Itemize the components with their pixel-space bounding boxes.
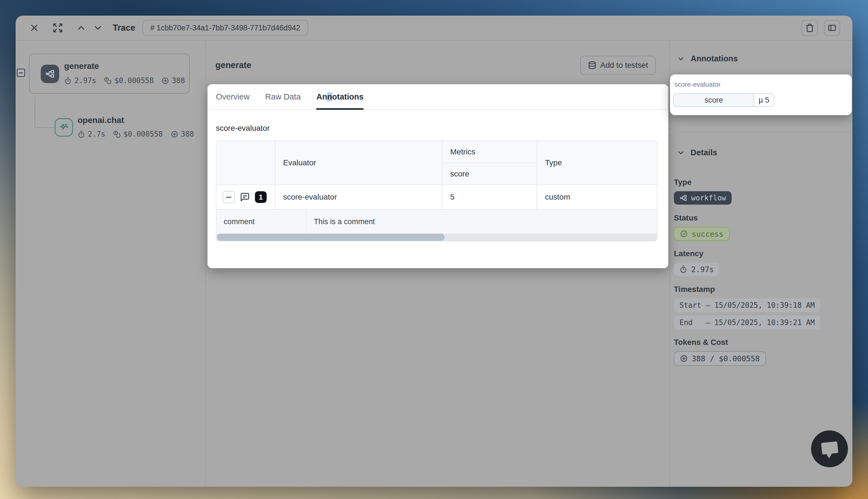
chat-bubble-icon (811, 430, 848, 467)
chat-widget-button[interactable] (811, 430, 848, 467)
panel-layout-icon (828, 23, 836, 32)
tab-annotations[interactable]: Annotations (316, 84, 363, 109)
details-section-header[interactable]: Details (677, 148, 717, 157)
sidebar-divider (205, 41, 206, 487)
details-panel: Annotations score-evaluator score µ 5 De… (670, 41, 852, 487)
sparkles-icon[interactable] (55, 118, 73, 137)
chevron-down-icon[interactable] (93, 23, 103, 33)
timestamp-label: Timestamp (674, 285, 715, 294)
annotations-table: Evaluator Metrics score Type 1 score-eva… (216, 141, 658, 241)
scrollbar-thumb[interactable] (217, 234, 445, 241)
metric-name: score (674, 94, 754, 106)
comment-key: comment (216, 210, 306, 234)
plus-circle-icon (680, 355, 688, 362)
add-to-testset-button[interactable]: Add to testset (580, 56, 656, 75)
workflow-icon (41, 65, 59, 83)
table-header: Evaluator Metrics score Type (216, 141, 657, 185)
horizontal-scrollbar[interactable] (216, 234, 657, 241)
chevron-down-icon (677, 54, 685, 63)
cell-type: custom (537, 185, 657, 209)
header-cell-evaluator: Evaluator (275, 141, 442, 184)
text-selection-highlight: n (327, 92, 332, 101)
node-stats: 2.97s $0.000558 388 (64, 76, 185, 85)
span-detail-card: Overview Raw Data Annotations score-eval… (207, 84, 668, 268)
toggle-panel-button[interactable] (824, 20, 840, 36)
workflow-icon (679, 194, 687, 202)
node-label: generate (64, 61, 99, 71)
shrink-icon[interactable] (52, 23, 63, 33)
stopwatch-icon (77, 131, 85, 138)
trash-icon (805, 23, 814, 32)
evaluator-section-title: score-evaluator (216, 124, 270, 133)
annotation-metric-pill[interactable]: score µ 5 (673, 93, 774, 107)
tree-collapse-toggle[interactable] (17, 69, 25, 77)
status-badge: success (674, 227, 730, 241)
chevron-down-icon (677, 149, 685, 157)
stopwatch-icon (64, 77, 72, 84)
tab-bar: Overview Raw Data Annotations (207, 84, 668, 110)
comment-count-badge[interactable]: 1 (255, 191, 267, 203)
comment-value: This is a comment (306, 210, 657, 234)
latency-badge: 2.97s (674, 263, 719, 276)
collapse-row-button[interactable] (222, 191, 235, 203)
trace-topbar: Trace # 1cbb70e7-34a1-7bb7-3498-771b7d46… (16, 16, 852, 41)
type-badge: workflow (674, 191, 732, 205)
node-stats: 2.7s $0.000558 388 (77, 130, 194, 138)
comment-icon[interactable] (240, 192, 250, 202)
annotation-evaluator-label: score-evaluator (674, 81, 721, 88)
tokens-cost-badge: 388 / $0.000558 (674, 351, 766, 366)
tree-connector (35, 127, 53, 128)
span-tree-sidebar: generate 2.97s $0.000558 388 openai.chat… (16, 41, 205, 487)
cell-score: 5 (442, 185, 537, 209)
close-icon[interactable] (29, 23, 40, 33)
table-row: 1 score-evaluator 5 custom (216, 185, 657, 210)
annotations-section-header[interactable]: Annotations (677, 54, 738, 63)
row-tools: 1 (216, 185, 275, 209)
metric-mean-value: µ 5 (754, 94, 774, 106)
stopwatch-icon (679, 265, 687, 273)
tree-connector (35, 97, 35, 128)
cell-evaluator: score-evaluator (275, 185, 442, 209)
timestamp-start-badge: Start – 15/05/2025, 10:39:18 AM (674, 298, 820, 312)
database-icon (588, 61, 596, 70)
status-label: Status (674, 214, 698, 222)
tokens-cost-label: Tokens & Cost (674, 338, 728, 347)
section-divider (670, 132, 852, 132)
coins-icon (113, 131, 121, 138)
plus-circle-icon (171, 131, 178, 138)
trace-id-chip[interactable]: # 1cbb70e7-34a1-7bb7-3498-771b7d46d942 (143, 20, 308, 36)
header-cell-type: Type (537, 141, 657, 184)
tab-overview[interactable]: Overview (216, 84, 250, 109)
trace-modal: Trace # 1cbb70e7-34a1-7bb7-3498-771b7d46… (16, 16, 852, 487)
tab-raw-data[interactable]: Raw Data (265, 84, 301, 109)
check-circle-icon (680, 230, 688, 238)
page-title: Trace (113, 23, 135, 33)
header-cell-metrics: Metrics score (442, 141, 537, 184)
coins-icon (104, 77, 111, 84)
header-cell-empty (216, 141, 275, 184)
latency-label: Latency (674, 249, 703, 258)
comment-row: comment This is a comment (216, 210, 657, 234)
span-title: generate (215, 60, 251, 70)
type-label: Type (674, 178, 691, 187)
tree-node-openai-chat[interactable]: openai.chat (77, 115, 124, 125)
tree-node-generate[interactable]: generate 2.97s $0.000558 388 (29, 53, 190, 94)
timestamp-end-badge: End – 15/05/2025, 10:39:21 AM (674, 316, 820, 329)
annotation-card: score-evaluator score µ 5 (670, 74, 852, 115)
delete-trace-button[interactable] (801, 20, 818, 36)
chevron-up-icon[interactable] (76, 23, 86, 33)
plus-circle-icon (161, 77, 169, 84)
